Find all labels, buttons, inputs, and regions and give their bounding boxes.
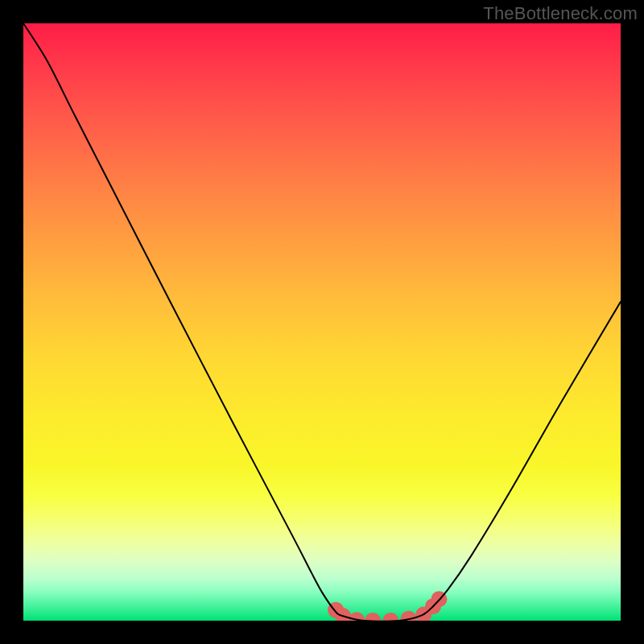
floor-marker	[365, 613, 381, 621]
bottleneck-curve-path	[23, 23, 621, 621]
chart-svg	[23, 23, 621, 621]
watermark-text: TheBottleneck.com	[483, 3, 638, 24]
plot-area	[23, 23, 621, 621]
chart-frame: TheBottleneck.com	[0, 0, 644, 644]
floor-marker	[382, 613, 398, 621]
